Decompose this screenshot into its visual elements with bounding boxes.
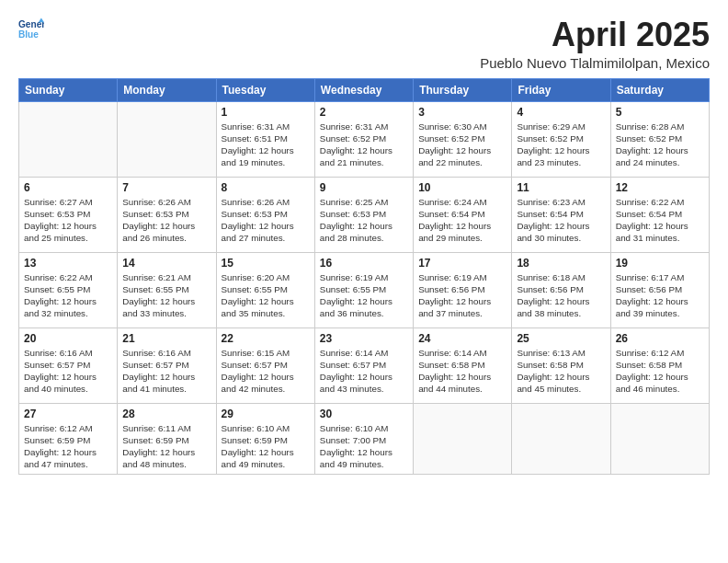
day-info: Sunrise: 6:25 AMSunset: 6:53 PMDaylight:… — [320, 196, 408, 245]
day-info: Sunrise: 6:20 AMSunset: 6:55 PMDaylight:… — [222, 271, 310, 320]
weekday-header-friday: Friday — [512, 78, 610, 101]
calendar-cell: 28Sunrise: 6:11 AMSunset: 6:59 PMDayligh… — [118, 403, 216, 475]
calendar-cell: 30Sunrise: 6:10 AMSunset: 7:00 PMDayligh… — [314, 403, 413, 475]
calendar-cell: 9Sunrise: 6:25 AMSunset: 6:53 PMDaylight… — [314, 177, 413, 252]
logo: General Blue — [18, 17, 44, 42]
page: General Blue April 2025 Pueblo Nuevo Tla… — [0, 0, 728, 563]
title-block: April 2025 Pueblo Nuevo Tlalmimilolpan, … — [480, 17, 710, 71]
calendar-cell: 21Sunrise: 6:16 AMSunset: 6:57 PMDayligh… — [118, 327, 216, 403]
day-info: Sunrise: 6:26 AMSunset: 6:53 PMDaylight:… — [122, 196, 210, 245]
calendar-cell — [610, 403, 709, 475]
day-number: 5 — [616, 106, 704, 119]
calendar-cell: 17Sunrise: 6:19 AMSunset: 6:56 PMDayligh… — [414, 252, 512, 327]
calendar-cell: 12Sunrise: 6:22 AMSunset: 6:54 PMDayligh… — [610, 177, 709, 252]
calendar-cell: 6Sunrise: 6:27 AMSunset: 6:53 PMDaylight… — [19, 177, 118, 252]
calendar-cell: 10Sunrise: 6:24 AMSunset: 6:54 PMDayligh… — [414, 177, 512, 252]
calendar-cell: 15Sunrise: 6:20 AMSunset: 6:55 PMDayligh… — [216, 252, 314, 327]
day-number: 18 — [517, 257, 605, 270]
calendar-cell: 27Sunrise: 6:12 AMSunset: 6:59 PMDayligh… — [19, 403, 118, 475]
day-number: 4 — [517, 106, 605, 119]
day-info: Sunrise: 6:16 AMSunset: 6:57 PMDaylight:… — [24, 347, 112, 396]
day-number: 9 — [320, 181, 408, 194]
day-number: 2 — [320, 106, 408, 119]
day-info: Sunrise: 6:10 AMSunset: 7:00 PMDaylight:… — [320, 422, 408, 471]
logo-icon: General Blue — [18, 17, 44, 42]
day-info: Sunrise: 6:22 AMSunset: 6:54 PMDaylight:… — [616, 196, 704, 245]
calendar-cell: 7Sunrise: 6:26 AMSunset: 6:53 PMDaylight… — [118, 177, 216, 252]
calendar-cell — [19, 101, 118, 177]
day-info: Sunrise: 6:15 AMSunset: 6:57 PMDaylight:… — [222, 347, 310, 396]
calendar-cell: 25Sunrise: 6:13 AMSunset: 6:58 PMDayligh… — [512, 327, 610, 403]
day-number: 30 — [320, 408, 408, 420]
calendar-cell: 19Sunrise: 6:17 AMSunset: 6:56 PMDayligh… — [610, 252, 709, 327]
day-number: 24 — [418, 332, 506, 345]
day-info: Sunrise: 6:19 AMSunset: 6:56 PMDaylight:… — [418, 271, 506, 320]
week-row-5: 27Sunrise: 6:12 AMSunset: 6:59 PMDayligh… — [19, 403, 710, 475]
week-row-3: 13Sunrise: 6:22 AMSunset: 6:55 PMDayligh… — [19, 252, 710, 327]
calendar-cell: 24Sunrise: 6:14 AMSunset: 6:58 PMDayligh… — [414, 327, 512, 403]
day-number: 7 — [122, 181, 210, 194]
day-info: Sunrise: 6:21 AMSunset: 6:55 PMDaylight:… — [122, 271, 210, 320]
day-number: 8 — [222, 181, 310, 194]
day-info: Sunrise: 6:31 AMSunset: 6:51 PMDaylight:… — [222, 121, 310, 169]
day-number: 19 — [616, 257, 704, 270]
month-title: April 2025 — [480, 17, 710, 53]
day-number: 10 — [418, 181, 506, 194]
day-info: Sunrise: 6:16 AMSunset: 6:57 PMDaylight:… — [122, 347, 210, 396]
day-info: Sunrise: 6:14 AMSunset: 6:58 PMDaylight:… — [418, 347, 506, 396]
calendar-cell: 3Sunrise: 6:30 AMSunset: 6:52 PMDaylight… — [414, 101, 512, 177]
weekday-header-wednesday: Wednesday — [314, 78, 413, 101]
day-number: 11 — [517, 181, 605, 194]
day-number: 13 — [24, 257, 112, 270]
location-subtitle: Pueblo Nuevo Tlalmimilolpan, Mexico — [480, 55, 710, 71]
calendar-cell: 13Sunrise: 6:22 AMSunset: 6:55 PMDayligh… — [19, 252, 118, 327]
calendar-cell: 29Sunrise: 6:10 AMSunset: 6:59 PMDayligh… — [216, 403, 314, 475]
day-number: 15 — [222, 257, 310, 270]
calendar-cell: 8Sunrise: 6:26 AMSunset: 6:53 PMDaylight… — [216, 177, 314, 252]
weekday-header-sunday: Sunday — [19, 78, 118, 101]
day-info: Sunrise: 6:11 AMSunset: 6:59 PMDaylight:… — [122, 422, 210, 471]
weekday-header-saturday: Saturday — [610, 78, 709, 101]
day-number: 29 — [222, 408, 310, 420]
calendar-cell: 23Sunrise: 6:14 AMSunset: 6:57 PMDayligh… — [314, 327, 413, 403]
calendar-cell: 5Sunrise: 6:28 AMSunset: 6:52 PMDaylight… — [610, 101, 709, 177]
calendar-cell: 2Sunrise: 6:31 AMSunset: 6:52 PMDaylight… — [314, 101, 413, 177]
day-number: 23 — [320, 332, 408, 345]
calendar-cell: 20Sunrise: 6:16 AMSunset: 6:57 PMDayligh… — [19, 327, 118, 403]
day-info: Sunrise: 6:28 AMSunset: 6:52 PMDaylight:… — [616, 121, 704, 169]
day-info: Sunrise: 6:12 AMSunset: 6:59 PMDaylight:… — [24, 422, 112, 471]
week-row-1: 1Sunrise: 6:31 AMSunset: 6:51 PMDaylight… — [19, 101, 710, 177]
day-number: 25 — [517, 332, 605, 345]
day-info: Sunrise: 6:22 AMSunset: 6:55 PMDaylight:… — [24, 271, 112, 320]
calendar-cell: 16Sunrise: 6:19 AMSunset: 6:55 PMDayligh… — [314, 252, 413, 327]
day-info: Sunrise: 6:12 AMSunset: 6:58 PMDaylight:… — [616, 347, 704, 396]
day-number: 14 — [122, 257, 210, 270]
day-number: 26 — [616, 332, 704, 345]
day-number: 21 — [122, 332, 210, 345]
day-number: 22 — [222, 332, 310, 345]
calendar-cell: 1Sunrise: 6:31 AMSunset: 6:51 PMDaylight… — [216, 101, 314, 177]
day-info: Sunrise: 6:19 AMSunset: 6:55 PMDaylight:… — [320, 271, 408, 320]
calendar-table: SundayMondayTuesdayWednesdayThursdayFrid… — [18, 78, 710, 476]
day-number: 28 — [122, 408, 210, 420]
day-info: Sunrise: 6:13 AMSunset: 6:58 PMDaylight:… — [517, 347, 605, 396]
calendar-cell — [512, 403, 610, 475]
header: General Blue April 2025 Pueblo Nuevo Tla… — [18, 17, 710, 71]
day-info: Sunrise: 6:26 AMSunset: 6:53 PMDaylight:… — [222, 196, 310, 245]
weekday-header-monday: Monday — [118, 78, 216, 101]
day-number: 6 — [24, 181, 112, 194]
day-info: Sunrise: 6:24 AMSunset: 6:54 PMDaylight:… — [418, 196, 506, 245]
day-info: Sunrise: 6:10 AMSunset: 6:59 PMDaylight:… — [222, 422, 310, 471]
weekday-header-tuesday: Tuesday — [216, 78, 314, 101]
day-info: Sunrise: 6:23 AMSunset: 6:54 PMDaylight:… — [517, 196, 605, 245]
svg-text:Blue: Blue — [18, 29, 39, 40]
day-number: 17 — [418, 257, 506, 270]
calendar-cell: 11Sunrise: 6:23 AMSunset: 6:54 PMDayligh… — [512, 177, 610, 252]
calendar-cell: 26Sunrise: 6:12 AMSunset: 6:58 PMDayligh… — [610, 327, 709, 403]
day-info: Sunrise: 6:29 AMSunset: 6:52 PMDaylight:… — [517, 121, 605, 169]
day-info: Sunrise: 6:30 AMSunset: 6:52 PMDaylight:… — [418, 121, 506, 169]
weekday-header-row: SundayMondayTuesdayWednesdayThursdayFrid… — [19, 78, 710, 101]
day-number: 27 — [24, 408, 112, 420]
calendar-cell — [118, 101, 216, 177]
day-number: 1 — [222, 106, 310, 119]
